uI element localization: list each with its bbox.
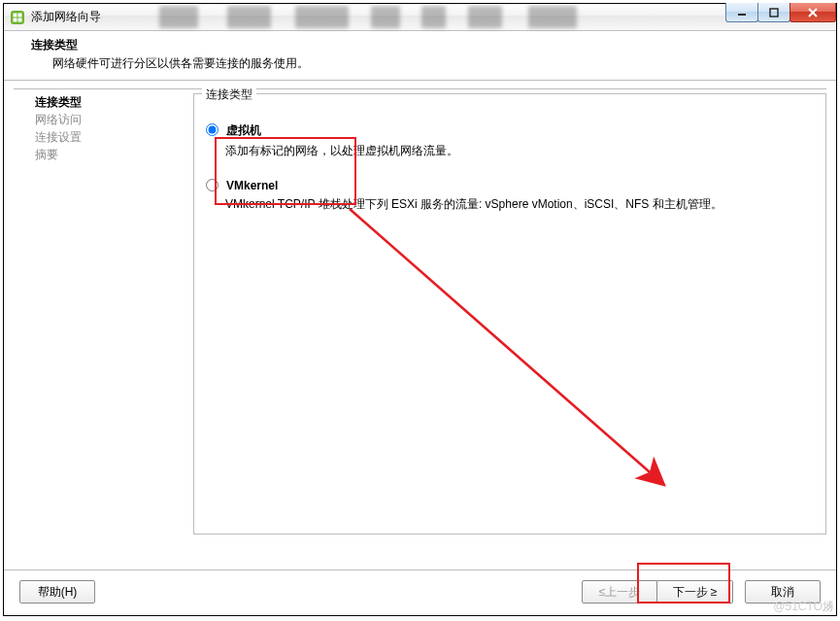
step-summary: 摘要 — [35, 146, 193, 163]
window-title: 添加网络向导 — [31, 9, 101, 25]
option-vmkernel-desc: VMkernel TCP/IP 堆栈处理下列 ESXi 服务的流量: vSphe… — [225, 196, 806, 213]
group-legend: 连接类型 — [202, 86, 256, 103]
radio-virtual-machine[interactable] — [206, 123, 218, 136]
svg-rect-0 — [11, 11, 24, 24]
help-button[interactable]: 帮助(H) — [19, 580, 95, 604]
svg-rect-6 — [770, 9, 778, 17]
dialog-window: 添加网络向导 连接类型 网络硬件可进行分区以供各需要连接的服务使用。 — [3, 3, 837, 616]
wizard-header: 连接类型 网络硬件可进行分区以供各需要连接的服务使用。 — [4, 31, 836, 81]
step-network-access: 网络访问 — [35, 111, 193, 128]
svg-rect-3 — [14, 17, 17, 21]
app-icon — [10, 10, 25, 25]
titlebar[interactable]: 添加网络向导 — [4, 4, 836, 31]
svg-rect-4 — [18, 17, 22, 21]
option-vmkernel-title: VMkernel — [226, 179, 278, 192]
button-bar: 帮助(H) ≤上一步 下一步 ≥ 取消 — [4, 569, 836, 615]
svg-rect-1 — [14, 13, 17, 17]
minimize-button[interactable] — [725, 3, 758, 22]
option-vm-desc: 添加有标记的网络，以处理虚拟机网络流量。 — [225, 143, 806, 159]
wizard-steps: 连接类型 网络访问 连接设置 摘要 — [14, 88, 193, 569]
back-button[interactable]: ≤上一步 — [582, 580, 657, 604]
step-connection-settings: 连接设置 — [35, 128, 193, 146]
header-subtitle: 网络硬件可进行分区以供各需要连接的服务使用。 — [52, 55, 819, 72]
radio-vmkernel[interactable] — [206, 179, 218, 191]
cancel-button[interactable]: 取消 — [745, 580, 821, 604]
wizard-content: 连接类型 虚拟机 添加有标记的网络，以处理虚拟机网络流量。 VMkernel — [193, 88, 826, 569]
option-virtual-machine[interactable]: 虚拟机 添加有标记的网络，以处理虚拟机网络流量。 — [206, 121, 806, 159]
svg-rect-2 — [18, 13, 22, 17]
option-vmkernel[interactable]: VMkernel VMkernel TCP/IP 堆栈处理下列 ESXi 服务的… — [206, 177, 806, 213]
option-vm-title: 虚拟机 — [226, 122, 261, 139]
wizard-body: 连接类型 网络访问 连接设置 摘要 连接类型 虚拟机 添加有标记的网络，以处理虚… — [4, 81, 836, 569]
close-button[interactable] — [790, 3, 836, 22]
next-button[interactable]: 下一步 ≥ — [657, 580, 733, 604]
connection-type-group: 连接类型 虚拟机 添加有标记的网络，以处理虚拟机网络流量。 VMkernel — [193, 93, 826, 535]
step-connection-type[interactable]: 连接类型 — [35, 93, 193, 111]
header-title: 连接类型 — [31, 37, 819, 53]
maximize-button[interactable] — [757, 3, 790, 22]
